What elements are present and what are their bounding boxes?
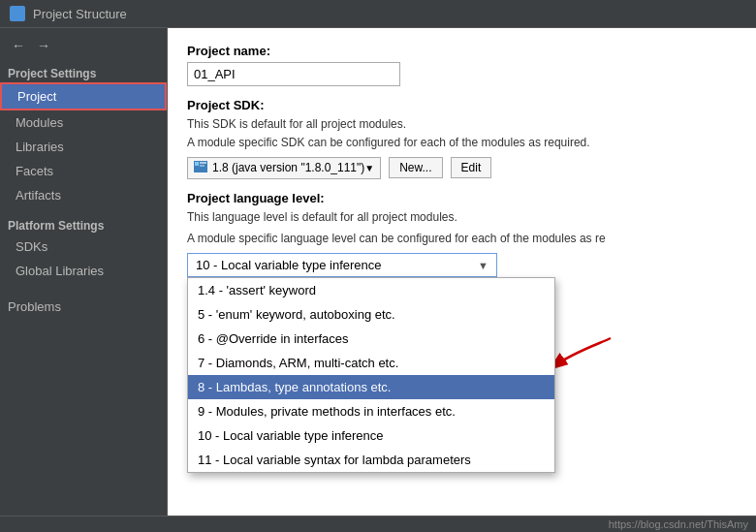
lang-desc1: This language level is default for all p… [187,209,737,226]
sdk-label: Project SDK: [187,98,737,112]
project-settings-header: Project Settings [0,63,167,82]
svg-rect-7 [200,165,205,167]
sdk-section: Project SDK: This SDK is default for all… [187,98,737,179]
content-area: Project name: Project SDK: This SDK is d… [168,28,756,516]
sdk-edit-button[interactable]: Edit [451,157,492,178]
project-structure-window: Project Structure ← → Project Settings P… [0,0,756,532]
sidebar: ← → Project Settings Project Modules Lib… [0,28,168,516]
sidebar-item-modules[interactable]: Modules [0,110,167,135]
lang-dropdown-arrow-icon: ▼ [478,260,488,271]
sidebar-item-global-libraries[interactable]: Global Libraries [0,259,167,283]
title-bar: Project Structure [0,0,756,28]
dropdown-item-14[interactable]: 1.4 - 'assert' keyword [188,278,554,302]
nav-back-row: ← → [0,32,167,63]
lang-selected-text: 10 - Local variable type inference [196,258,382,272]
dropdown-item-5[interactable]: 5 - 'enum' keyword, autoboxing etc. [188,302,554,327]
lang-level-label: Project language level: [187,191,737,205]
dropdown-item-9[interactable]: 9 - Modules, private methods in interfac… [188,399,554,423]
url-text: https://blog.csdn.net/ThisAmy [609,518,748,530]
dropdown-item-7[interactable]: 7 - Diamonds, ARM, multi-catch etc. [188,351,554,375]
sidebar-item-libraries[interactable]: Libraries [0,135,167,159]
svg-rect-2 [12,15,16,19]
sdk-desc2: A module specific SDK can be configured … [187,135,737,151]
sdk-dropdown[interactable]: 1.8 (java version "1.8.0_111") ▼ [187,157,381,179]
dropdown-item-8-selected[interactable]: 8 - Lambdas, type annotations etc. [188,375,554,399]
sidebar-item-project[interactable]: Project [0,82,167,110]
sdk-desc1: This SDK is default for all project modu… [187,116,737,133]
lang-dropdown-trigger[interactable]: 10 - Local variable type inference ▼ [187,253,497,277]
svg-rect-3 [18,15,23,19]
app-icon [10,6,25,21]
svg-rect-5 [195,162,199,166]
project-name-label: Project name: [187,44,737,58]
svg-rect-6 [200,162,206,164]
sidebar-item-sdks[interactable]: SDKs [0,235,167,259]
sidebar-item-artifacts[interactable]: Artifacts [0,183,167,207]
sdk-row: 1.8 (java version "1.8.0_111") ▼ New... … [187,157,737,179]
sdk-dropdown-icon [194,161,207,175]
dropdown-item-6[interactable]: 6 - @Override in interfaces [188,327,554,351]
sdk-new-button[interactable]: New... [389,157,442,178]
sidebar-spacer-2 [0,283,167,291]
forward-button[interactable]: → [33,36,54,55]
project-name-input[interactable] [187,62,400,86]
lang-desc2: A module specific language level can be … [187,231,737,247]
main-content: ← → Project Settings Project Modules Lib… [0,28,756,516]
sdk-dropdown-arrow-icon: ▼ [364,163,374,173]
lang-dropdown-list: 1.4 - 'assert' keyword 5 - 'enum' keywor… [187,277,555,473]
sidebar-item-problems[interactable]: Problems [0,295,167,319]
sidebar-spacer [0,207,167,215]
lang-dropdown-wrapper: 10 - Local variable type inference ▼ 1.4… [187,253,737,277]
platform-settings-header: Platform Settings [0,215,167,235]
sidebar-item-facets[interactable]: Facets [0,159,167,183]
svg-rect-1 [18,8,23,13]
back-button[interactable]: ← [8,36,29,55]
sdk-selected-text: 1.8 (java version "1.8.0_111") [212,161,364,174]
svg-rect-0 [12,8,16,13]
dropdown-item-10[interactable]: 10 - Local variable type inference [188,423,554,448]
dropdown-item-11[interactable]: 11 - Local variable syntax for lambda pa… [188,448,554,472]
url-bar: https://blog.csdn.net/ThisAmy [0,516,756,532]
window-title: Project Structure [33,7,127,21]
